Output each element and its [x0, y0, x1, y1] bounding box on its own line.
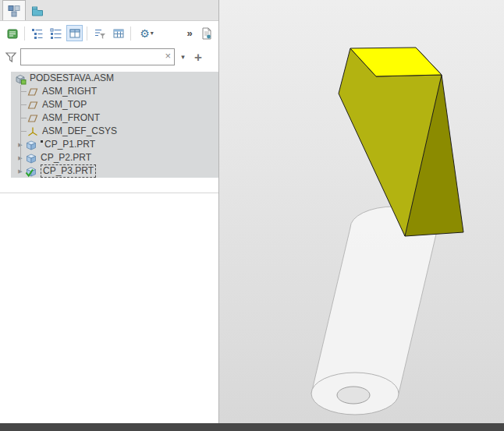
part-added-check-icon	[25, 165, 37, 178]
expand-levels-button[interactable]	[29, 25, 45, 41]
tree-row-datum-plane[interactable]: ASM_RIGHT	[11, 85, 218, 98]
settings-gear-icon: ⚙	[140, 28, 150, 39]
tree-row-csys[interactable]: ASM_DEF_CSYS	[11, 125, 218, 138]
tree-item-label: ASM_TOP	[42, 99, 87, 111]
tree-row-part-selected[interactable]: ▶ CP_P3.PRT	[11, 164, 218, 178]
csys-icon	[27, 125, 39, 138]
datum-plane-icon	[27, 86, 39, 98]
tree-item-label: ASM_RIGHT	[42, 86, 97, 97]
tree-connector-stub	[20, 91, 27, 92]
tree-search-field: ×	[20, 48, 175, 65]
tree-item-label: CP_P2.PRT	[41, 152, 91, 164]
tree-item-label: CP_P1.PRT	[44, 139, 95, 150]
expand-levels-icon	[31, 27, 44, 40]
cylinder-body	[311, 228, 438, 394]
model-tree-icon	[8, 5, 20, 17]
tree-row-datum-plane[interactable]: ASM_FRONT	[11, 111, 218, 125]
modified-marker	[41, 140, 43, 143]
tree-filter-button[interactable]	[91, 25, 108, 41]
toolbar-separator	[87, 26, 87, 41]
collapse-levels-icon	[50, 27, 62, 40]
tree-columns-icon	[69, 27, 81, 40]
toolbar-separator	[130, 26, 131, 41]
cylinder-hole	[337, 387, 370, 404]
tree-display-icon	[6, 27, 19, 40]
tab-folder-browser[interactable]	[26, 2, 49, 20]
cylinder-part[interactable]	[311, 207, 438, 415]
clear-icon[interactable]: ×	[165, 51, 171, 61]
tree-filter-icon	[94, 27, 106, 40]
toolbar-separator	[24, 26, 25, 41]
model-tree: PODSESTAVA.ASM ASM_RIGHT ASM_TOP	[11, 72, 218, 178]
filter-funnel-icon[interactable]	[4, 50, 18, 64]
tree-row-assembly[interactable]: PODSESTAVA.ASM	[11, 72, 218, 85]
tree-connector-line	[20, 85, 21, 171]
tree-connector-stub	[20, 118, 27, 118]
add-filter-button[interactable]: +	[191, 51, 205, 64]
tab-model-tree[interactable]	[2, 0, 26, 20]
tree-settings-button[interactable]: ⚙ ▾	[135, 25, 158, 41]
tree-table-button[interactable]	[110, 25, 126, 41]
collapse-levels-button[interactable]	[48, 25, 64, 41]
part-icon	[25, 139, 37, 151]
tree-table-icon	[112, 27, 125, 40]
tree-row-datum-plane[interactable]: ASM_TOP	[11, 98, 218, 111]
model-tree-panel: ⚙ ▾ » × ▾ +	[0, 0, 219, 423]
tree-search-input[interactable]	[20, 48, 175, 65]
assembly-icon	[14, 72, 27, 85]
graphics-viewport[interactable]	[219, 0, 504, 423]
settings-file-icon	[201, 27, 213, 40]
datum-plane-icon	[27, 112, 39, 125]
model-canvas[interactable]	[219, 0, 504, 423]
part-icon	[25, 152, 37, 164]
toolbar-overflow-button[interactable]: »	[183, 27, 196, 39]
tree-item-label: CP_P3.PRT	[41, 164, 96, 178]
tree-columns-button[interactable]	[66, 25, 83, 41]
folder-browser-icon	[31, 5, 44, 17]
tree-row-part[interactable]: ▶ CP_P2.PRT	[11, 151, 218, 164]
yellow-box-part[interactable]	[339, 48, 463, 236]
search-dropdown-button[interactable]: ▾	[177, 53, 189, 61]
panel-divider	[0, 193, 218, 193]
tree-item-label: ASM_FRONT	[42, 112, 100, 124]
panel-tab-strip	[0, 0, 218, 21]
creo-window: ⚙ ▾ » × ▾ +	[0, 0, 504, 431]
tree-display-button[interactable]	[4, 25, 20, 41]
tree-connector-stub	[20, 104, 27, 105]
settings-file-button[interactable]	[198, 25, 215, 41]
chevron-down-icon: ▾	[151, 30, 154, 37]
tree-item-label: PODSESTAVA.ASM	[30, 72, 114, 84]
datum-plane-icon	[27, 99, 39, 111]
tree-connector-stub	[20, 131, 27, 132]
tree-toolbar: ⚙ ▾ »	[0, 21, 218, 45]
tree-item-label: ASM_DEF_CSYS	[42, 125, 117, 137]
tree-search-row: × ▾ +	[0, 45, 218, 69]
status-bar	[0, 423, 504, 431]
tree-row-part[interactable]: ▶ CP_P1.PRT	[11, 138, 218, 151]
